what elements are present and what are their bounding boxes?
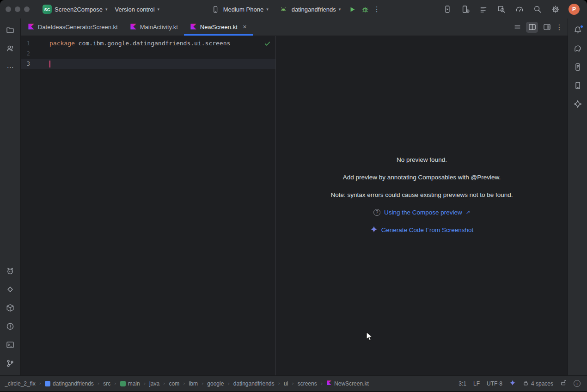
info-mark: i [577,381,578,386]
run-configuration-label: datingandfriends [292,6,336,13]
right-tool-stripe [568,18,587,375]
breadcrumb-item[interactable]: com [169,380,180,387]
people-tool-button[interactable] [2,42,18,56]
window-zoom-button[interactable] [24,6,30,12]
breadcrumb-item[interactable]: main [120,380,140,387]
breadcrumb-item[interactable]: datingandfriends [45,380,94,387]
titlebar-actions: P [442,4,581,15]
device-manager-icon [574,81,582,91]
more-tool-windows-button[interactable]: ⋯ [2,60,18,75]
breadcrumb-separator: › [278,380,280,386]
tab-dateideasgeneratorscreen[interactable]: DateIdeasGeneratorScreen.kt [22,18,124,36]
caret-position-widget[interactable]: 3:1 [459,380,466,387]
compose-preview-panel: No preview found. Add preview by annotat… [275,36,568,375]
source-root-icon [120,381,126,386]
breadcrumb-item[interactable]: ibm [189,380,198,387]
breadcrumb-separator: › [39,380,41,386]
line-separator-widget[interactable]: LF [473,380,480,387]
project-tool-button[interactable] [2,23,18,38]
editor-line-1[interactable]: 1 package com.ibm.google.datingandfriend… [21,38,275,49]
breadcrumb-item[interactable]: java [149,380,159,387]
debug-button[interactable] [360,4,370,14]
generate-link-text: Generate Code From Screenshot [381,227,474,233]
logcat-tool-button[interactable] [2,264,18,279]
statusbar: _circle_2_fix › datingandfriends › src ›… [0,375,587,391]
breadcrumb-text: screens [298,380,317,387]
gemini-tool-button[interactable] [570,97,586,112]
breadcrumb-item[interactable]: _circle_2_fix [5,380,36,387]
version-control-tool-button[interactable] [2,356,18,371]
indent-widget[interactable]: 4 spaces [523,380,553,387]
code-text: com.ibm.google.datingandfriends.ui.scree… [75,40,231,47]
device-selector[interactable]: Medium Phone ▾ [207,2,272,17]
preview-hint-text: Add preview by annotating Composables wi… [343,174,501,181]
write-access-widget[interactable] [560,380,567,387]
android-app-icon [279,4,289,14]
ellipsis-icon: ⋯ [7,63,14,72]
code-editor[interactable]: 1 package com.ibm.google.datingandfriend… [21,36,275,375]
breadcrumb-item[interactable]: datingandfriends [233,380,275,387]
inspections-widget[interactable]: i [574,380,581,387]
app-quality-insights-tool-button[interactable] [2,282,18,297]
preview-layout-icon[interactable] [541,22,553,33]
breadcrumb-item[interactable]: screens [298,380,317,387]
device-manager-tool-button[interactable] [570,79,586,93]
device-manager-icon[interactable] [460,4,471,14]
breadcrumb-separator: › [183,380,185,386]
version-control-widget[interactable]: Version control ▾ [111,4,164,15]
gradle-tool-button[interactable] [570,42,586,56]
kotlin-file-icon [130,23,137,31]
window-minimize-button[interactable] [15,6,20,12]
diamond-icon [6,285,14,295]
list-icon[interactable] [511,22,523,33]
problems-tool-button[interactable] [2,319,18,334]
compose-preview-docs-link[interactable]: ? Using the Compose preview ↗ [373,208,470,217]
workspace: ⋯ [0,18,587,375]
project-badge: SC [43,5,52,14]
code-keyword: package [49,40,75,47]
breadcrumb-item[interactable]: google [207,380,224,387]
profile-avatar[interactable]: P [569,4,580,15]
version-control-label: Version control [115,6,155,13]
tab-mainactivity[interactable]: MainActivity.kt [124,18,184,36]
app-inspection-icon[interactable] [496,4,507,14]
tab-options-kebab-icon[interactable]: ⋮ [556,23,563,31]
gemini-status-widget[interactable] [509,380,516,387]
editor-line-2[interactable]: 2 [21,49,275,59]
search-everywhere-icon[interactable] [532,4,543,14]
inspections-status-check-icon[interactable] [264,40,271,47]
external-link-icon: ↗ [466,209,470,215]
breadcrumb-item[interactable]: ui [284,380,288,387]
project-widget[interactable]: SC Screen2Compose ▾ [39,2,111,16]
editor-area: DateIdeasGeneratorScreen.kt MainActivity… [21,18,568,375]
generate-code-from-screenshot-link[interactable]: Generate Code From Screenshot [370,225,474,234]
statusbar-widgets: 3:1 LF UTF-8 4 spaces i [459,380,581,387]
profiler-icon[interactable] [514,4,525,14]
close-tab-icon[interactable]: ✕ [243,24,247,30]
logcat-icon[interactable] [478,4,489,14]
people-icon [6,44,14,54]
line-number: 2 [21,49,47,59]
run-button[interactable] [347,4,357,14]
build-tool-button[interactable] [2,301,18,316]
kotlin-file-icon [326,380,332,387]
breadcrumb-text: com [169,380,180,387]
notifications-tool-button[interactable] [570,23,586,38]
breadcrumb-item[interactable]: src [103,380,110,387]
settings-gear-icon[interactable] [550,4,561,14]
breadcrumb-item[interactable]: NewScreen.kt [326,380,369,387]
terminal-tool-button[interactable] [2,338,18,353]
device-explorer-icon [574,63,582,73]
encoding-widget[interactable]: UTF-8 [487,380,502,387]
breadcrumb-separator: › [202,380,203,386]
running-devices-icon[interactable] [442,4,452,14]
device-explorer-tool-button[interactable] [570,60,586,75]
split-editor-icon[interactable] [526,22,538,33]
tab-newscreen[interactable]: NewScreen.kt ✕ [184,18,253,36]
editor-line-3[interactable]: 3 [21,59,275,69]
window-close-button[interactable] [6,6,11,12]
chevron-down-icon: ▾ [105,7,108,12]
build-cube-icon [6,304,14,313]
run-configuration-selector[interactable]: datingandfriends ▾ [275,2,345,17]
more-actions-kebab-icon[interactable]: ⋮ [373,5,380,13]
